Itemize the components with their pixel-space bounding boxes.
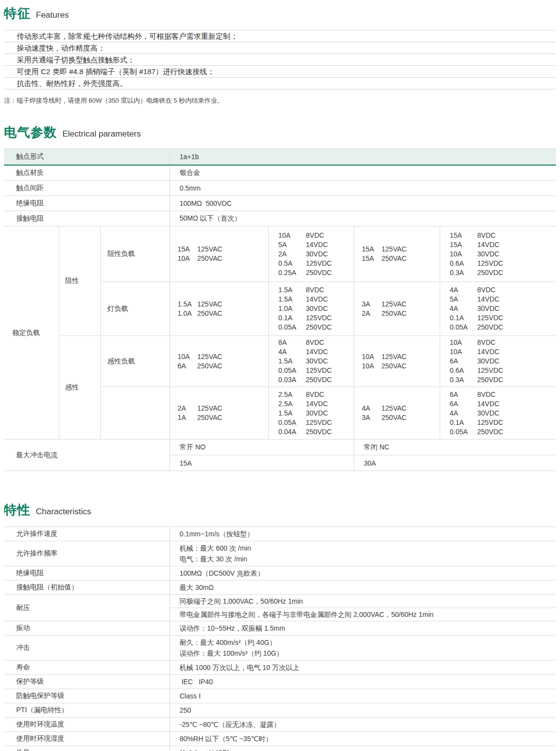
characteristic-value: 耐久：最大 400m/s²（约 40G）误动作：最大 100m/s²（约 10G… — [169, 636, 556, 661]
characteristic-value: 80%RH 以下（5℃ ~35℃时） — [169, 732, 556, 746]
current-value: 15A — [178, 245, 197, 254]
value-line: -25℃ ~80℃（应无冰冻、凝露） — [170, 719, 557, 730]
voltage-value: 30VDC — [477, 409, 500, 418]
value-line: 约 6.2g（按钮型） — [170, 748, 557, 751]
value-line: 80%RH 以下（5℃ ~35℃时） — [170, 733, 557, 744]
current-value: 0.1A — [450, 313, 477, 323]
characteristics-heading: 特性 Characteristics — [4, 501, 556, 519]
current-value: 0.6A — [450, 259, 477, 268]
rating-pair: 0.6A125VDC — [450, 366, 554, 375]
voltage-value: 125VAC — [197, 352, 223, 362]
current-value: 10A — [450, 250, 477, 259]
current-value: 6A — [450, 390, 477, 399]
current-value: 4A — [362, 404, 382, 413]
current-value: 4A — [279, 347, 306, 357]
rating-pair: 3A125VAC — [362, 300, 438, 309]
value-line: IEC IP40 — [170, 676, 557, 687]
rating-pair: 6A30VDC — [450, 357, 554, 366]
electrical-heading: 电气参数 Electrical parameters — [4, 124, 556, 141]
rating-pair: 0.5A125VDC — [279, 259, 352, 268]
rating-pair: 4A14VDC — [279, 347, 352, 357]
rating-pair: 4A125VAC — [362, 404, 438, 413]
current-value: 1.5A — [279, 285, 306, 295]
voltage-value: 250VDC — [477, 268, 504, 278]
characteristic-value: Class Ⅰ — [169, 689, 556, 703]
characteristics-title-en: Characteristics — [36, 507, 91, 517]
rating-pair: 1.5A8VDC — [279, 285, 352, 295]
characteristic-label: 允许操作频率 — [4, 541, 169, 566]
voltage-value: 125VAC — [197, 404, 223, 413]
rating-pair: 4A8VDC — [450, 285, 554, 295]
characteristic-label: 保护等级 — [4, 675, 169, 689]
datasheet-page: 特征 Features 传动形式丰富，除常规七种传动结构外，可根据客户需求重新定… — [0, 0, 560, 751]
rating-pair: 1.5A30VDC — [279, 357, 352, 366]
rating-pair: 10A8VDC — [279, 231, 352, 240]
current-value: 2A — [362, 309, 382, 318]
current-value: 0.05A — [450, 323, 477, 332]
rating-pair: 1A250VAC — [178, 413, 266, 422]
voltage-value: 250VDC — [306, 375, 332, 385]
features-title-en: Features — [36, 10, 69, 20]
current-value: 2A — [178, 404, 197, 413]
row-value: 50MΩ 以下（首次） — [169, 211, 556, 226]
characteristic-label: 防触电保护等级 — [4, 689, 169, 703]
current-value: 10A — [362, 362, 382, 371]
voltage-value: 30VDC — [306, 304, 328, 313]
resistive-group-label: 阻性 — [59, 226, 100, 336]
voltage-value: 8VDC — [306, 285, 324, 295]
feature-item: 采用共通端子切换型触点接触形式； — [4, 54, 556, 65]
voltage-value: 250VAC — [197, 254, 223, 263]
rating-pair: 5A14VDC — [450, 295, 554, 304]
current-value: 6A — [178, 362, 197, 371]
electrical-parameters-table: 触点形式 1a+1b 触点材质 银合金 触点间距 0.5mm 绝缘电阻 100M… — [4, 148, 556, 471]
current-value: 2.5A — [279, 399, 306, 409]
characteristic-label: 绝缘电阻 — [4, 566, 169, 581]
characteristic-value: 0.1mm~1m/s（按钮型） — [169, 527, 556, 541]
voltage-value: 8VDC — [477, 231, 496, 240]
load-type-label: 阻性负载 — [100, 226, 169, 282]
dc-rating-cell: 4A8VDC5A14VDC4A30VDC0.1A125VDC0.05A250VD… — [440, 282, 556, 336]
characteristic-value: -25℃ ~80℃（应无冰冻、凝露） — [169, 718, 556, 732]
characteristic-value: 同极端子之间 1,000VAC，50/60Hz 1min带电金属部件与接地之间，… — [169, 595, 556, 621]
rating-pair: 2A125VAC — [178, 404, 266, 413]
ac-rating-cell: 15A125VAC15A250VAC — [354, 226, 440, 282]
current-value: 1.5A — [279, 295, 306, 304]
voltage-value: 125VAC — [382, 245, 407, 254]
inrush-header-row: 最大冲击电流 常开 NO 常闭 NC — [4, 440, 556, 455]
rating-pair: 1.5A30VDC — [279, 409, 352, 418]
value-line: 最大 30mΩ — [170, 582, 557, 593]
dc-rating-cell: 1.5A8VDC1.5A14VDC1.0A30VDC0.1A125VDC0.05… — [268, 282, 354, 336]
voltage-value: 125VDC — [477, 366, 504, 375]
current-value: 0.1A — [450, 418, 477, 427]
rating-pair: 8A8VDC — [279, 338, 352, 347]
voltage-value: 125VAC — [197, 245, 223, 254]
voltage-value: 8VDC — [477, 285, 496, 295]
rating-pair: 3A250VAC — [362, 413, 438, 422]
contact-form-label: 触点形式 — [4, 149, 169, 166]
characteristic-label: 允许操作速度 — [4, 527, 169, 541]
ac-rating-cell: 3A125VAC2A250VAC — [354, 282, 440, 336]
current-value: 5A — [279, 240, 306, 250]
characteristic-value: 最大 30mΩ — [169, 581, 556, 595]
value-line: 带电金属部件与接地之间，各端子与非带电金属部件之间 2,000VAC，50/60… — [170, 608, 557, 621]
voltage-value: 250VAC — [382, 413, 407, 422]
features-title-zh: 特征 — [4, 5, 30, 22]
value-line: 机械：最大 600 次 /min — [170, 543, 557, 554]
rating-pair: 10A250VAC — [362, 362, 438, 371]
row-value: 0.5mm — [169, 181, 556, 196]
rating-pair: 2A30VDC — [279, 250, 352, 259]
rating-pair: 6A14VDC — [450, 399, 554, 409]
current-value: 3A — [362, 300, 382, 309]
current-value: 1.0A — [279, 304, 306, 313]
current-value: 10A — [362, 352, 382, 362]
rating-pair: 1.0A250VAC — [178, 309, 266, 318]
characteristic-value: 机械：最大 600 次 /min电气：最大 30 次 /min — [169, 541, 556, 566]
rating-pair: 15A8VDC — [450, 231, 554, 240]
voltage-value: 14VDC — [477, 295, 500, 304]
rating-pair: 4A30VDC — [450, 304, 554, 313]
current-value: 0.3A — [450, 268, 477, 278]
rating-pair: 1.5A125VAC — [178, 300, 266, 309]
voltage-value: 14VDC — [477, 399, 500, 409]
current-value: 4A — [450, 304, 477, 313]
value-line: Class Ⅰ — [170, 691, 557, 701]
